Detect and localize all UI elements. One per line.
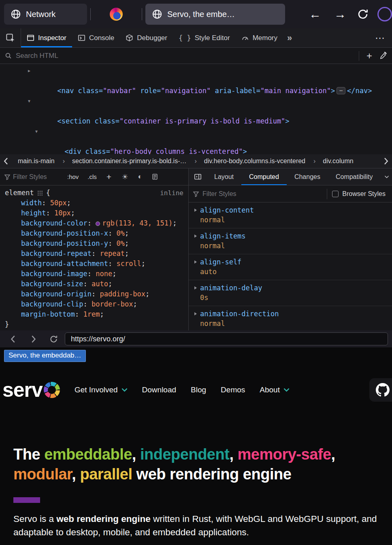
computed-property-name[interactable]: animation-direction — [200, 309, 279, 319]
computed-property-row[interactable]: animation-delay 0s — [189, 280, 392, 306]
nav-link[interactable]: Get Involved — [75, 385, 128, 394]
computed-property-row[interactable]: align-self auto — [189, 254, 392, 280]
reload-button[interactable] — [357, 9, 369, 20]
property-value[interactable]: none — [96, 270, 116, 278]
expand-arrow-icon[interactable]: ▼ — [33, 126, 40, 136]
property-value[interactable]: border-box — [92, 300, 137, 308]
property-name[interactable]: height — [21, 209, 54, 217]
tab-console[interactable]: Console — [72, 28, 120, 47]
property-name[interactable]: background-image — [21, 270, 96, 278]
css-declaration[interactable]: background-clipborder-box — [5, 299, 188, 309]
property-value[interactable]: 50px — [50, 199, 71, 207]
nav-link[interactable]: Blog — [191, 385, 206, 394]
tab-layout[interactable]: Layout — [207, 168, 241, 185]
css-declaration[interactable]: background-position-y0% — [5, 238, 188, 249]
browser-tab-network[interactable]: Network — [4, 4, 87, 25]
servo-logo[interactable]: serv — [2, 378, 60, 402]
tab-inspector[interactable]: Inspector — [21, 28, 72, 47]
property-name[interactable]: margin-bottom — [21, 310, 83, 318]
add-rule-button[interactable]: + — [102, 172, 115, 182]
property-name[interactable]: background-position-x — [21, 229, 116, 237]
computed-property-row[interactable]: align-items normal — [189, 228, 392, 254]
nav-link[interactable]: Download — [142, 385, 177, 394]
selector[interactable]: element — [5, 188, 34, 198]
property-name[interactable]: background-attachment — [21, 260, 116, 268]
computed-property-row[interactable]: align-content normal — [189, 202, 392, 228]
tab-compatibility[interactable]: Compatibility — [328, 168, 381, 185]
expand-icon[interactable] — [194, 312, 197, 315]
property-value[interactable]: scroll — [116, 260, 145, 268]
expand-icon[interactable] — [194, 286, 197, 290]
tab-memory[interactable]: Memory — [236, 28, 283, 47]
css-declaration[interactable]: background-originpadding-box — [5, 289, 188, 299]
computed-property-name[interactable]: align-self — [200, 257, 241, 267]
tab-changes[interactable]: Changes — [287, 168, 328, 185]
url-bar[interactable]: https://servo.org/ — [65, 332, 388, 345]
property-value[interactable]: auto — [92, 280, 112, 288]
pick-element-button[interactable] — [0, 28, 21, 47]
dark-theme-sim-icon[interactable]: ◐ — [134, 172, 146, 181]
markup-node-line[interactable]: ▼ <section class="container is-primary i… — [0, 96, 392, 126]
color-swatch[interactable] — [96, 221, 100, 226]
css-declaration[interactable]: background-attachmentscroll — [5, 259, 188, 269]
css-declaration[interactable]: background-imagenone — [5, 269, 188, 279]
tab-debugger[interactable]: Debugger — [120, 28, 173, 47]
breadcrumb-scroll-right[interactable] — [380, 154, 392, 168]
property-name[interactable]: background-color — [21, 219, 96, 227]
css-declaration[interactable]: background-colorrgb(113, 43, 151) — [5, 218, 188, 228]
eyedropper-icon[interactable] — [379, 52, 387, 60]
property-name[interactable]: background-size — [21, 280, 92, 288]
property-value[interactable]: rgb(113, 43, 151) — [102, 219, 177, 227]
breadcrumb-item[interactable]: div.column — [309, 158, 358, 165]
tab-computed[interactable]: Computed — [241, 168, 287, 185]
css-declaration[interactable]: background-sizeauto — [5, 279, 188, 289]
computed-filter-input[interactable] — [202, 190, 324, 198]
computed-property-row[interactable]: animation-direction normal — [189, 306, 392, 330]
breadcrumb-item[interactable]: main.is-main — [14, 158, 59, 165]
expand-icon[interactable] — [194, 260, 197, 264]
search-html-input[interactable] — [16, 52, 355, 60]
github-button[interactable] — [369, 378, 392, 402]
toggle-class-button[interactable]: .cls — [84, 172, 100, 181]
light-theme-sim-icon[interactable]: ☀ — [118, 172, 132, 181]
browser-tab-firefox[interactable] — [94, 4, 138, 25]
browser-tab-servo-active[interactable]: Servo, the embe… — [145, 4, 285, 25]
toggle-pseudo-button[interactable]: :hov — [64, 172, 82, 181]
property-value[interactable]: 0% — [116, 239, 129, 247]
property-value[interactable]: repeat — [100, 249, 129, 258]
css-declaration[interactable]: margin-bottom1rem — [5, 309, 188, 319]
property-value[interactable]: 0% — [116, 229, 129, 237]
sidebar-tabs-dropdown[interactable] — [381, 168, 392, 185]
add-node-button[interactable]: + — [363, 50, 375, 62]
page-forward-button[interactable] — [24, 335, 42, 343]
tab-style-editor[interactable]: { } Style Editor — [173, 28, 236, 47]
property-name[interactable]: background-origin — [21, 290, 100, 298]
breadcrumb-scroll-left[interactable] — [0, 154, 12, 168]
computed-property-name[interactable]: align-items — [200, 231, 246, 241]
three-pane-toggle-button[interactable] — [189, 168, 207, 185]
property-name[interactable]: background-position-y — [21, 239, 116, 247]
css-declaration[interactable]: width50px — [5, 198, 188, 208]
nav-link[interactable]: About — [260, 385, 290, 394]
browser-styles-toggle[interactable]: Browser Styles — [330, 190, 388, 198]
property-value[interactable]: padding-box — [100, 290, 149, 298]
expand-arrow-icon[interactable]: ▶ — [26, 66, 32, 76]
nav-link[interactable]: Demos — [221, 385, 245, 394]
expand-arrow-icon[interactable]: ▼ — [26, 96, 32, 106]
css-declaration[interactable]: background-repeatrepeat — [5, 249, 188, 259]
back-button[interactable]: ← — [307, 7, 323, 21]
expand-icon[interactable] — [194, 234, 197, 238]
forward-button[interactable]: → — [332, 7, 348, 21]
property-name[interactable]: width — [21, 199, 50, 207]
highlighter-grid-icon[interactable] — [37, 190, 43, 196]
computed-property-name[interactable]: align-content — [200, 205, 254, 215]
expand-icon[interactable] — [194, 209, 197, 212]
property-name[interactable]: background-clip — [21, 300, 92, 308]
markup-node-line[interactable]: ▼ <div class="hero-body columns is-vcent… — [0, 126, 392, 154]
page-back-button[interactable] — [4, 335, 22, 343]
devtools-menu-button[interactable]: ⋯ — [369, 28, 392, 47]
breadcrumb-item[interactable]: div.hero-body.columns.is-vcentered — [190, 158, 309, 165]
css-declaration[interactable]: background-position-x0% — [5, 228, 188, 238]
breadcrumb-item[interactable]: section.container.is-primary.is-bold.is-… — [59, 158, 191, 165]
computed-property-name[interactable]: animation-delay — [200, 283, 262, 293]
